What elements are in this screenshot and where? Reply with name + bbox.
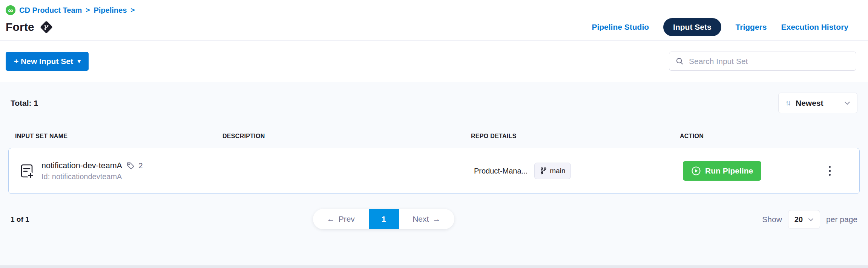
breadcrumb-team-link[interactable]: CD Product Team xyxy=(19,6,82,15)
table-header-row: Input Set Name Description Repo Details … xyxy=(8,133,860,140)
input-set-list-section: Total: 1 ↑↓ Newest Input Set Name Descri… xyxy=(0,82,868,268)
git-branch-icon xyxy=(540,167,547,175)
page-size-select[interactable]: 20 xyxy=(788,210,820,229)
per-page-label: per page xyxy=(826,215,857,224)
breadcrumb-separator: > xyxy=(130,6,135,14)
sort-dropdown[interactable]: ↑↓ Newest xyxy=(778,93,857,113)
column-header-input-set-name: Input Set Name xyxy=(15,133,222,140)
search-input[interactable] xyxy=(689,57,850,66)
current-page-button[interactable]: 1 xyxy=(369,209,399,229)
row-options-menu-icon[interactable] xyxy=(826,163,834,179)
new-input-set-label: + New Input Set xyxy=(14,57,73,66)
tab-input-sets[interactable]: Input Sets xyxy=(663,18,721,36)
prev-label: Prev xyxy=(339,215,355,224)
column-header-repo-details: Repo Details xyxy=(471,133,680,140)
search-icon xyxy=(675,57,684,65)
page-title: Forte xyxy=(6,21,34,34)
pagination-bar: 1 of 1 ← Prev 1 Next → Show 20 xyxy=(8,209,860,230)
input-set-icon xyxy=(18,162,35,180)
run-pipeline-label: Run Pipeline xyxy=(705,166,753,175)
prev-page-button[interactable]: ← Prev xyxy=(313,209,369,229)
play-circle-icon xyxy=(691,166,701,176)
pager: ← Prev 1 Next → xyxy=(313,209,454,229)
column-header-description: Description xyxy=(222,133,471,140)
cd-module-icon: ∞ xyxy=(6,5,15,15)
breadcrumb-separator: > xyxy=(86,6,90,14)
tab-pipeline-studio[interactable]: Pipeline Studio xyxy=(592,23,649,32)
tag-icon xyxy=(126,161,135,170)
column-header-action: Action xyxy=(680,133,860,140)
pipeline-nav-tabs: Pipeline Studio Input Sets Triggers Exec… xyxy=(592,18,848,36)
breadcrumb: ∞ CD Product Team > Pipelines > xyxy=(6,5,848,15)
window-bottom-edge xyxy=(0,265,868,268)
git-sync-icon xyxy=(40,21,53,34)
input-set-name: notification-dev-teamA xyxy=(41,161,122,171)
page-header: ∞ CD Product Team > Pipelines > Forte Pi… xyxy=(0,0,868,41)
input-set-row[interactable]: notification-dev-teamA 2 Id: notificatio… xyxy=(8,148,860,194)
branch-name: main xyxy=(550,167,565,175)
repo-name: Product-Mana... xyxy=(474,167,528,175)
search-box xyxy=(669,52,856,71)
arrow-right-icon: → xyxy=(432,215,440,224)
tag-count: 2 xyxy=(138,161,143,170)
arrow-left-icon: ← xyxy=(327,215,335,224)
toolbar: + New Input Set ▾ xyxy=(0,41,868,82)
chevron-down-icon: ▾ xyxy=(78,58,81,65)
next-label: Next xyxy=(413,215,429,224)
run-pipeline-button[interactable]: Run Pipeline xyxy=(683,161,761,181)
sort-arrows-icon: ↑↓ xyxy=(785,99,790,107)
page-size-value: 20 xyxy=(794,215,803,224)
input-set-id: Id: notificationdevteamA xyxy=(41,172,143,181)
page-summary: 1 of 1 xyxy=(11,215,29,224)
breadcrumb-pipelines-link[interactable]: Pipelines xyxy=(94,6,127,15)
chevron-down-icon xyxy=(808,218,814,221)
chevron-down-icon xyxy=(844,101,850,105)
tab-execution-history[interactable]: Execution History xyxy=(781,23,848,32)
sort-selected-value: Newest xyxy=(796,99,840,108)
branch-badge: main xyxy=(534,163,571,179)
new-input-set-button[interactable]: + New Input Set ▾ xyxy=(6,52,89,71)
next-page-button[interactable]: Next → xyxy=(399,209,455,229)
total-count: Total: 1 xyxy=(11,99,38,108)
tab-triggers[interactable]: Triggers xyxy=(736,23,767,32)
show-label: Show xyxy=(762,215,782,224)
